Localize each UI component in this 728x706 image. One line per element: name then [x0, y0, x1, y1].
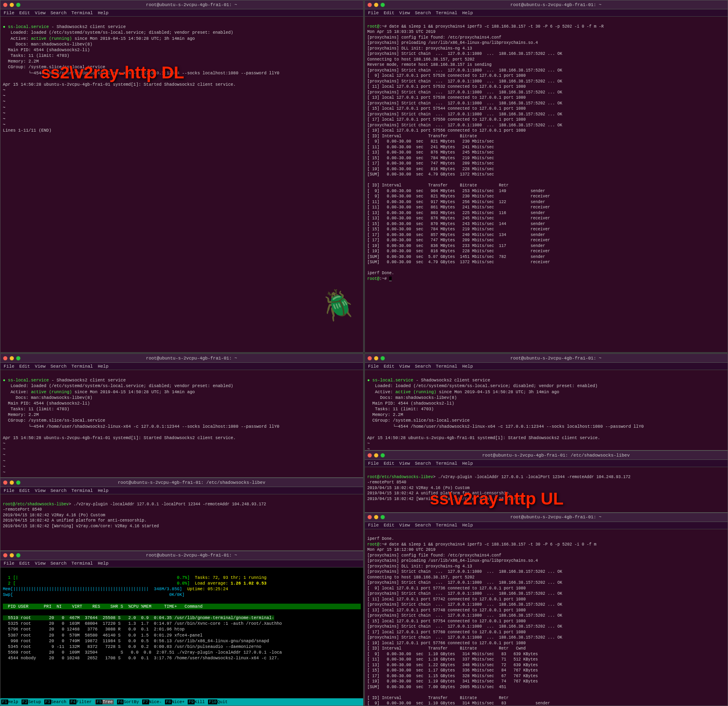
menu-bar: File Edit View Search Terminal Help [365, 9, 728, 17]
maximize-button[interactable] [16, 356, 21, 361]
maximize-button[interactable] [16, 553, 21, 558]
menu-edit[interactable]: Edit [19, 561, 30, 566]
maximize-button[interactable] [380, 515, 385, 520]
menu-search[interactable]: Search [50, 11, 67, 15]
menu-file[interactable]: File [368, 461, 379, 466]
ul-label: ss\v2ray-http UL [430, 487, 563, 511]
menu-edit[interactable]: Edit [384, 461, 394, 466]
minimize-button[interactable] [374, 453, 379, 458]
menu-terminal[interactable]: Terminal [72, 488, 93, 493]
menu-search[interactable]: Search [415, 364, 431, 369]
top-left-terminal: root@ubuntu-s-2vcpu-4gb-fra1-01: ~ File … [0, 0, 364, 353]
menu-terminal[interactable]: Terminal [436, 461, 457, 466]
f4-filter[interactable]: F4Filter [69, 700, 91, 704]
top-right-titlebar: root@ubuntu-s-2vcpu-4gb-fra1-01: ~ [365, 0, 728, 9]
close-button[interactable] [3, 553, 8, 558]
maximize-button[interactable] [380, 2, 385, 7]
maximize-button[interactable] [16, 2, 21, 7]
f6-sortby[interactable]: F6SortBy [117, 700, 139, 704]
menu-search[interactable]: Search [415, 461, 431, 466]
menu-search[interactable]: Search [50, 364, 67, 369]
maximize-button[interactable] [380, 453, 385, 458]
titlebar: root@ubuntu-s-2vcpu-4gb-fra1-01: ~ [365, 513, 728, 522]
menu-terminal[interactable]: Terminal [72, 11, 93, 15]
menu-help[interactable]: Help [98, 364, 108, 369]
close-button[interactable] [367, 2, 372, 7]
f1-help[interactable]: F1Help [1, 700, 18, 704]
close-button[interactable] [3, 2, 8, 7]
menu-file[interactable]: File [4, 364, 14, 369]
maximize-button[interactable] [380, 356, 385, 361]
menu-edit[interactable]: Edit [19, 11, 30, 15]
close-button[interactable] [3, 480, 8, 485]
f9-kill[interactable]: F9Kill [188, 700, 205, 704]
menu-terminal[interactable]: Terminal [72, 561, 93, 566]
menu-help[interactable]: Help [98, 561, 108, 566]
menu-file[interactable]: File [4, 11, 14, 15]
menu-view[interactable]: View [399, 11, 410, 15]
menu-file[interactable]: File [368, 11, 379, 15]
menu-help[interactable]: Help [462, 461, 473, 466]
minimize-button[interactable] [9, 2, 14, 7]
bug-icon: 🪲 [314, 284, 360, 333]
menu-file[interactable]: File [368, 523, 379, 528]
close-button[interactable] [367, 453, 372, 458]
f5-tree[interactable]: F5Tree [95, 700, 114, 704]
terminal-output: root@/etc/shadowsocks-libev> ./v2ray-plu… [365, 467, 728, 512]
menu-file[interactable]: File [4, 561, 14, 566]
menu-help[interactable]: Help [462, 11, 473, 15]
menu-file[interactable]: File [368, 364, 379, 369]
menu-view[interactable]: View [399, 461, 410, 466]
menu-terminal[interactable]: Terminal [436, 523, 457, 528]
window-title: root@ubuntu-s-2vcpu-4gb-fra1-01: ~ [387, 2, 725, 7]
titlebar: root@ubuntu-s-2vcpu-4gb-fra1-01: /etc/sh… [0, 478, 363, 487]
f3-search[interactable]: F3Search [44, 700, 66, 704]
close-button[interactable] [367, 356, 372, 361]
window-title: root@ubuntu-s-2vcpu-4gb-fra1-01: ~ [387, 356, 725, 361]
menu-search[interactable]: Search [415, 523, 431, 528]
menu-view[interactable]: View [35, 488, 46, 493]
minimize-button[interactable] [9, 553, 14, 558]
window-controls [367, 2, 385, 7]
close-button[interactable] [367, 515, 372, 520]
maximize-button[interactable] [16, 480, 21, 485]
menu-help[interactable]: Help [462, 523, 473, 528]
menu-search[interactable]: Search [50, 561, 67, 566]
minimize-button[interactable] [374, 515, 379, 520]
menu-search[interactable]: Search [415, 11, 431, 15]
menu-edit[interactable]: Edit [19, 364, 30, 369]
f2-setup[interactable]: F2Setup [22, 700, 41, 704]
menu-terminal[interactable]: Terminal [436, 11, 457, 15]
menu-edit[interactable]: Edit [19, 488, 30, 493]
menu-edit[interactable]: Edit [384, 523, 394, 528]
f10-quit[interactable]: F10Quit [208, 700, 228, 704]
menu-view[interactable]: View [35, 364, 46, 369]
minimize-button[interactable] [374, 2, 379, 7]
titlebar: root@ubuntu-s-2vcpu-4gb-fra1-01: ~ [0, 551, 363, 560]
menu-edit[interactable]: Edit [384, 11, 394, 15]
menu-bar: File Edit View Search Terminal Help [365, 460, 728, 467]
minimize-button[interactable] [9, 480, 14, 485]
menu-help[interactable]: Help [98, 488, 108, 493]
menu-view[interactable]: View [35, 561, 46, 566]
top-right-terminal: root@ubuntu-s-2vcpu-4gb-fra1-01: ~ File … [364, 0, 728, 353]
f7-nice-[interactable]: F7Nice- [142, 700, 162, 704]
top-left-titlebar: root@ubuntu-s-2vcpu-4gb-fra1-01: ~ [0, 0, 363, 9]
menu-terminal[interactable]: Terminal [72, 364, 93, 369]
window-controls [3, 553, 21, 558]
menu-view[interactable]: View [35, 11, 46, 15]
menu-help[interactable]: Help [462, 364, 473, 369]
minimize-button[interactable] [374, 356, 379, 361]
titlebar: root@ubuntu-s-2vcpu-4gb-fra1-01: ~ [365, 354, 728, 363]
menu-search[interactable]: Search [50, 488, 67, 493]
close-button[interactable] [3, 356, 8, 361]
menu-edit[interactable]: Edit [384, 364, 394, 369]
menu-view[interactable]: View [399, 523, 410, 528]
menu-file[interactable]: File [4, 488, 14, 493]
menu-help[interactable]: Help [98, 11, 108, 15]
minimize-button[interactable] [9, 356, 14, 361]
menu-view[interactable]: View [399, 364, 410, 369]
f8-nice+[interactable]: F8Nice+ [165, 700, 184, 704]
menu-terminal[interactable]: Terminal [436, 364, 457, 369]
window-controls [367, 515, 385, 520]
